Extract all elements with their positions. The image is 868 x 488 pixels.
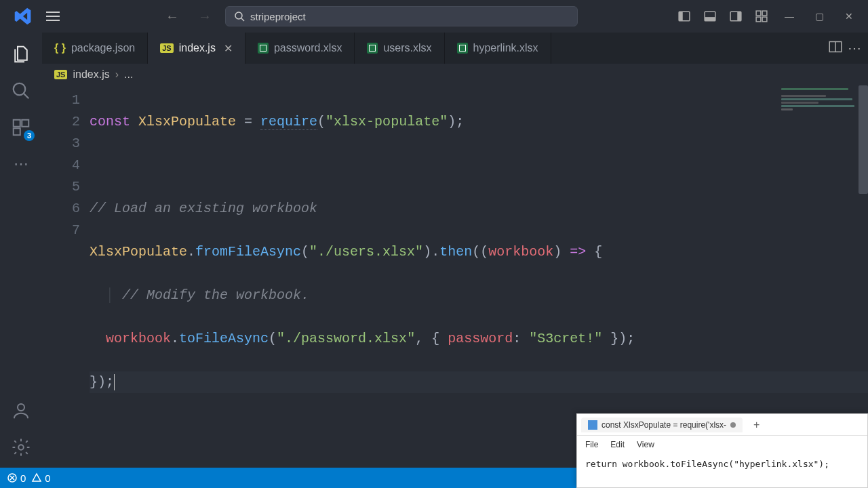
notepad-new-tab-button[interactable]: + — [753, 419, 760, 431]
svg-line-13 — [24, 94, 29, 99]
window-maximize-button[interactable]: ▢ — [806, 6, 833, 26]
search-icon — [11, 81, 31, 101]
extensions-badge: 3 — [24, 130, 35, 141]
tab-label: index.js — [179, 42, 216, 54]
tab-bar: { } package.json JS index.js ✕ password.… — [42, 33, 868, 64]
close-icon[interactable]: ✕ — [224, 42, 233, 55]
menu-button[interactable] — [46, 12, 60, 21]
scrollbar[interactable] — [859, 85, 868, 194]
svg-point-17 — [18, 404, 24, 411]
excel-icon — [258, 43, 269, 54]
js-icon: JS — [54, 70, 67, 79]
titlebar: ← → stripeproject — ▢ ✕ — [0, 0, 868, 33]
breadcrumb-tail: ... — [124, 68, 133, 81]
notepad-file-icon — [588, 420, 597, 430]
tab-hyperlink-xlsx[interactable]: hyperlink.xlsx — [445, 33, 551, 64]
activity-bar: 3 ⋯ — [0, 33, 42, 468]
command-center-search[interactable]: stripeproject — [225, 6, 578, 26]
status-errors[interactable]: 0 — [7, 472, 26, 484]
svg-line-1 — [241, 18, 244, 21]
tab-label: password.xlsx — [274, 42, 342, 54]
vscode-logo — [14, 7, 33, 26]
search-text: stripeproject — [250, 11, 306, 22]
tab-label: users.xlsx — [383, 42, 431, 54]
notepad-menu-view[interactable]: View — [637, 440, 654, 449]
tab-label: package.json — [71, 42, 135, 54]
files-icon — [11, 44, 31, 64]
notepad-menubar: File Edit View — [577, 436, 867, 453]
nav-forward-button[interactable]: → — [193, 6, 217, 27]
window-minimize-button[interactable]: — — [776, 6, 803, 26]
nav-back-button[interactable]: ← — [160, 6, 184, 27]
notepad-tabbar: const XlsxPopulate = require('xlsx- + — [577, 414, 867, 436]
window-close-button[interactable]: ✕ — [835, 6, 863, 26]
tab-users-xlsx[interactable]: users.xlsx — [355, 33, 444, 64]
status-warnings[interactable]: 0 — [31, 472, 50, 484]
split-editor-button[interactable] — [829, 40, 842, 56]
code-editor[interactable]: 1 2 3 4 5 6 7 const XlsxPopulate = requi… — [42, 85, 868, 468]
notepad-tab-title: const XlsxPopulate = require('xlsx- — [601, 420, 726, 430]
js-icon: JS — [160, 43, 173, 53]
svg-rect-9 — [762, 11, 767, 16]
svg-point-18 — [18, 445, 24, 450]
search-icon — [234, 11, 245, 22]
svg-point-0 — [235, 12, 242, 19]
json-icon: { } — [54, 42, 66, 54]
svg-rect-5 — [705, 17, 715, 21]
chevron-right-icon: › — [115, 68, 119, 81]
svg-rect-14 — [14, 120, 20, 127]
notepad-menu-edit[interactable]: Edit — [610, 440, 625, 449]
breadcrumb-file: index.js — [73, 68, 109, 81]
minimap[interactable] — [781, 88, 856, 115]
warning-icon — [31, 472, 42, 483]
activity-search[interactable] — [5, 75, 37, 107]
activity-settings[interactable] — [5, 431, 37, 464]
notepad-window[interactable]: const XlsxPopulate = require('xlsx- + Fi… — [576, 413, 868, 488]
account-icon — [11, 401, 31, 421]
excel-icon — [367, 43, 378, 54]
activity-more[interactable]: ⋯ — [5, 148, 37, 180]
svg-rect-10 — [756, 17, 761, 22]
excel-icon — [457, 43, 468, 54]
code-content[interactable]: const XlsxPopulate = require("xlsx-popul… — [90, 85, 868, 468]
svg-point-12 — [14, 83, 26, 96]
unsaved-indicator-icon — [730, 422, 736, 428]
notepad-tab[interactable]: const XlsxPopulate = require('xlsx- — [581, 418, 743, 432]
svg-rect-16 — [14, 128, 20, 135]
svg-rect-8 — [756, 11, 761, 16]
gear-icon — [11, 437, 31, 458]
editor-area: { } package.json JS index.js ✕ password.… — [42, 33, 868, 468]
svg-rect-7 — [737, 12, 741, 21]
breadcrumb[interactable]: JS index.js › ... — [42, 64, 868, 85]
svg-rect-3 — [679, 12, 683, 21]
layout-sidebar-right-icon[interactable] — [724, 6, 747, 26]
notepad-menu-file[interactable]: File — [585, 440, 598, 449]
activity-extensions[interactable]: 3 — [5, 111, 37, 144]
svg-rect-15 — [22, 120, 28, 127]
more-actions-button[interactable]: ⋯ — [848, 40, 861, 56]
activity-explorer[interactable] — [5, 38, 37, 70]
notepad-content[interactable]: return workbook.toFileAsync("hyperlink.x… — [577, 453, 867, 487]
activity-accounts[interactable] — [5, 394, 37, 427]
svg-rect-11 — [762, 17, 767, 22]
layout-panel-icon[interactable] — [698, 6, 722, 26]
error-icon — [7, 472, 18, 483]
tab-password-xlsx[interactable]: password.xlsx — [245, 33, 355, 64]
tab-label: hyperlink.xlsx — [473, 42, 538, 54]
customize-layout-icon[interactable] — [750, 6, 773, 26]
tab-package-json[interactable]: { } package.json — [42, 33, 148, 64]
tab-index-js[interactable]: JS index.js ✕ — [148, 33, 245, 64]
line-numbers: 1 2 3 4 5 6 7 — [42, 85, 90, 468]
layout-sidebar-left-icon[interactable] — [673, 6, 696, 26]
